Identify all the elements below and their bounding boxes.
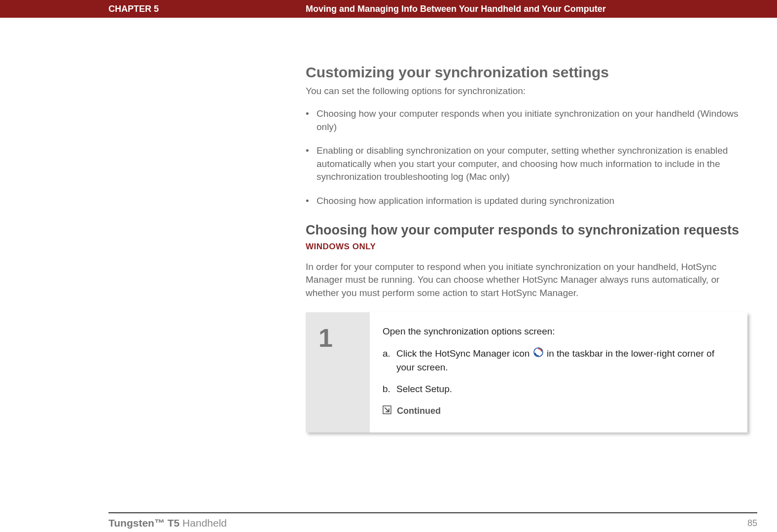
header-title: Moving and Managing Info Between Your Ha… (306, 4, 606, 14)
sub-step-text-before: Click the HotSync Manager icon (396, 348, 532, 359)
bullet-item: Enabling or disabling synchronization on… (306, 144, 747, 184)
bullet-item: Choosing how your computer responds when… (306, 107, 747, 133)
section-intro: You can set the following options for sy… (306, 86, 747, 97)
hotsync-icon (533, 347, 543, 361)
subsection-description: In order for your computer to respond wh… (306, 261, 747, 300)
chapter-label: CHAPTER 5 (108, 4, 281, 14)
subsection-heading: Choosing how your computer responds to s… (306, 223, 747, 238)
sub-step-a: a. Click the HotSync Manager icon (383, 347, 735, 374)
continued-label: Continued (397, 406, 441, 416)
page-footer: Tungsten™ T5 Handheld 85 (108, 512, 757, 529)
sub-step-list: a. Click the HotSync Manager icon (383, 347, 735, 396)
bullet-item: Choosing how application information is … (306, 195, 747, 208)
page-content: Customizing your synchronization setting… (306, 64, 747, 432)
footer-product: Tungsten™ T5 Handheld (108, 517, 227, 529)
arrow-down-right-icon (383, 405, 391, 418)
chapter-header: CHAPTER 5 Moving and Managing Info Betwe… (0, 0, 777, 18)
sub-step-label: a. (383, 347, 390, 361)
footer-product-bold: Tungsten™ T5 (108, 517, 179, 529)
sub-step-text: Select Setup. (396, 384, 452, 394)
step-body: Open the synchronization options screen:… (370, 312, 747, 432)
footer-product-rest: Handheld (179, 517, 227, 529)
footer-page-number: 85 (747, 518, 757, 529)
sub-step-b: b. Select Setup. (383, 383, 735, 396)
section-heading: Customizing your synchronization setting… (306, 64, 747, 81)
bullet-list: Choosing how your computer responds when… (306, 107, 747, 208)
step-box: 1 Open the synchronization options scree… (306, 312, 747, 432)
continued-indicator: Continued (383, 405, 735, 418)
step-intro: Open the synchronization options screen: (383, 325, 735, 338)
step-number-cell: 1 (306, 312, 370, 432)
platform-label: WINDOWS ONLY (306, 242, 747, 252)
step-number: 1 (318, 325, 357, 351)
sub-step-label: b. (383, 383, 390, 396)
